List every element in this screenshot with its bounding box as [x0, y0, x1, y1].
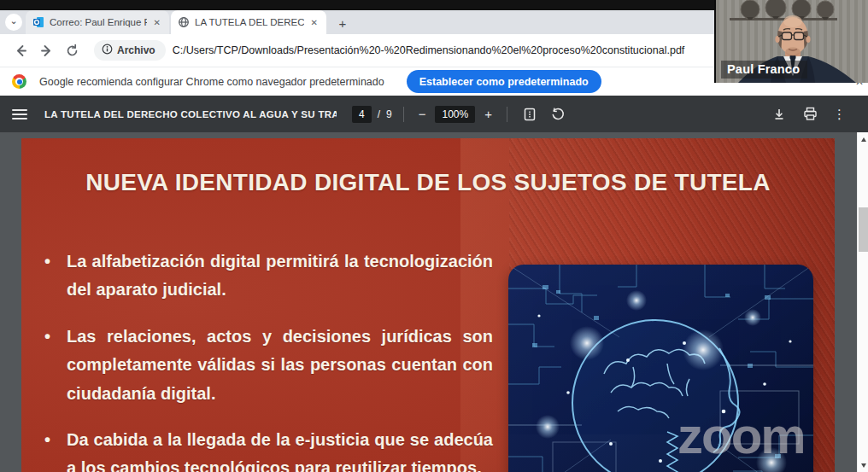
tab-label: Correo: Paul Enrique Franco Za: [50, 17, 147, 27]
chevron-down-icon: ⌄: [9, 16, 17, 26]
zoom-screen-share: ⌄ Correo: Paul Enrique Franco Za ✕ LA TU…: [0, 0, 868, 472]
outlook-icon: [32, 16, 44, 28]
close-icon[interactable]: ✕: [309, 18, 320, 27]
pdf-toolbar: LA TUTELA DEL DERECHO COLECTIVO AL AGUA …: [0, 96, 868, 132]
rotate-icon[interactable]: [547, 103, 569, 125]
tab-search-button[interactable]: ⌄: [5, 14, 22, 31]
list-item: • Da cabida a la llegada de la e-justici…: [44, 426, 493, 472]
pdf-document-title: LA TUTELA DEL DERECHO COLECTIVO AL AGUA …: [44, 109, 337, 119]
list-item: • Las relaciones, actos y decisiones jur…: [44, 323, 493, 408]
bullet-icon: •: [44, 248, 67, 305]
bullet-text: Da cabida a la llegada de la e-justicia …: [67, 426, 493, 472]
banner-message: Google recomienda configurar Chrome como…: [39, 76, 384, 88]
reload-icon[interactable]: [60, 38, 84, 62]
set-default-button[interactable]: Establecer como predeterminado: [407, 70, 601, 93]
menu-icon[interactable]: [12, 109, 27, 119]
tab-correo[interactable]: Correo: Paul Enrique Franco Za ✕: [26, 10, 169, 34]
zoom-watermark: zoom: [677, 411, 805, 462]
fit-page-icon[interactable]: [519, 103, 541, 125]
bullet-text: Las relaciones, actos y decisiones juríd…: [67, 323, 493, 408]
scroll-up-icon[interactable]: [858, 134, 868, 144]
plus-icon: +: [339, 16, 347, 31]
page-number-input[interactable]: 4: [352, 106, 372, 123]
print-icon[interactable]: [799, 103, 821, 125]
more-options-icon[interactable]: ⋮: [830, 107, 849, 122]
page-controls: 4 / 9 − 100% +: [352, 103, 569, 125]
page-total: 9: [386, 108, 392, 120]
new-tab-button[interactable]: +: [333, 14, 352, 32]
webcam-video: Paul Franco: [714, 0, 868, 83]
chip-label: Archivo: [117, 44, 155, 56]
toolbar-divider: [507, 107, 507, 122]
pdf-canvas: NUEVA IDENTIDAD DIGITAL DE LOS SUJETOS D…: [0, 132, 868, 472]
chrome-icon: [12, 74, 26, 89]
zoom-in-icon[interactable]: +: [481, 107, 496, 121]
url-field[interactable]: C:/Users/TCP/Downloads/Presentación%20-%…: [173, 44, 685, 56]
bullet-icon: •: [44, 426, 67, 472]
scroll-down-icon[interactable]: [858, 460, 868, 470]
pdf-toolbar-actions: ⋮: [768, 103, 856, 125]
bullet-icon: •: [44, 323, 67, 408]
file-scheme-chip[interactable]: Archivo: [94, 40, 166, 61]
pdf-scrollbar[interactable]: [857, 132, 868, 472]
bullet-text: La alfabetización digital permitirá la t…: [67, 248, 493, 305]
participant-name: Paul Franco: [721, 61, 807, 79]
zoom-level-input[interactable]: 100%: [435, 106, 475, 123]
list-item: • La alfabetización digital permitirá la…: [44, 248, 493, 305]
close-icon[interactable]: ✕: [152, 18, 162, 27]
forward-icon[interactable]: [34, 38, 58, 62]
slide-title: NUEVA IDENTIDAD DIGITAL DE LOS SUJETOS D…: [21, 169, 835, 196]
page-divider: /: [378, 108, 380, 120]
scrollbar-thumb[interactable]: [859, 207, 868, 252]
slide-bullet-list: • La alfabetización digital permitirá la…: [44, 248, 493, 472]
zoom-out-icon[interactable]: −: [415, 107, 430, 121]
globe-icon: [178, 16, 190, 28]
tab-la-tutela[interactable]: LA TUTELA DEL DERECHO COL ✕: [171, 10, 326, 34]
download-icon[interactable]: [768, 103, 790, 125]
tab-label: LA TUTELA DEL DERECHO COL: [195, 17, 304, 27]
toolbar-divider: [403, 107, 404, 122]
back-icon[interactable]: [9, 38, 32, 62]
info-icon: [102, 44, 113, 57]
